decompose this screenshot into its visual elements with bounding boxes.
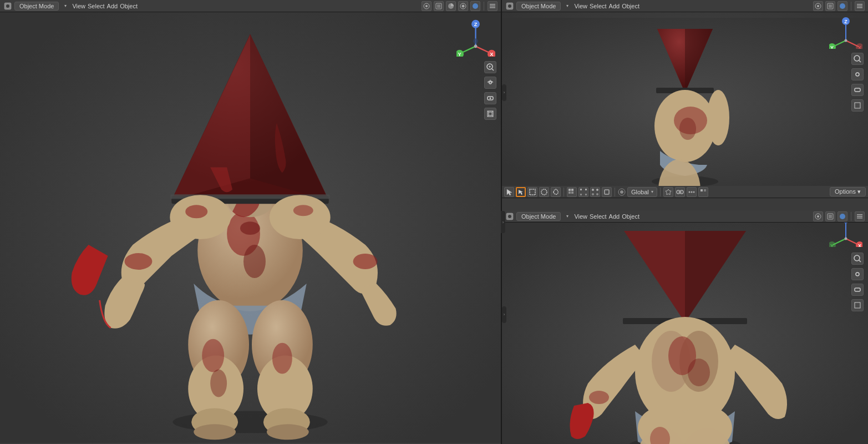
st-box-select[interactable]: [527, 187, 537, 197]
transform-space: Global ▾: [618, 187, 657, 197]
dropdown-top-right[interactable]: ▾: [563, 2, 572, 11]
st-circle-select[interactable]: [539, 187, 549, 197]
top-right-expand[interactable]: ›: [502, 84, 506, 101]
dropdown-arrow-left[interactable]: ▾: [61, 2, 70, 11]
svg-rect-120: [701, 189, 703, 191]
select-menu-br[interactable]: Select: [590, 213, 607, 220]
tr-sep: [851, 2, 851, 11]
st-square-icon[interactable]: [698, 187, 708, 197]
tr-shading-icon[interactable]: [837, 1, 847, 11]
tr-pan-tool[interactable]: [851, 68, 864, 80]
tr-orbit-tool[interactable]: [851, 84, 864, 96]
svg-text:Z: Z: [844, 19, 847, 24]
object-menu-br[interactable]: Object: [622, 213, 639, 220]
menu-icon[interactable]: [488, 1, 498, 11]
svg-point-139: [688, 359, 710, 386]
br-camera-icon[interactable]: [813, 211, 823, 221]
svg-point-109: [592, 193, 594, 195]
pan-tool[interactable]: [484, 77, 496, 89]
st-sep1: [564, 188, 564, 196]
svg-point-70: [840, 3, 845, 9]
zoom-tool[interactable]: [484, 61, 496, 73]
st-sep2: [615, 188, 615, 196]
br-menu-icon[interactable]: [855, 211, 865, 221]
view-menu-br[interactable]: View: [574, 213, 587, 220]
st-link-icon[interactable]: [675, 187, 685, 197]
svg-rect-11: [490, 7, 495, 8]
st-rotate-icon[interactable]: [578, 187, 588, 197]
options-btn[interactable]: Options ▾: [830, 187, 866, 196]
st-pin-icon[interactable]: [663, 187, 673, 197]
viewport-camera-icon[interactable]: [422, 1, 432, 11]
overlay-icon[interactable]: [434, 1, 444, 11]
left-resize-handle[interactable]: ›: [501, 211, 505, 233]
add-menu-tr[interactable]: Add: [609, 3, 620, 9]
svg-rect-69: [829, 4, 832, 8]
br-zoom-tool[interactable]: [851, 253, 864, 265]
svg-point-108: [596, 189, 598, 191]
viewport-shading-icon[interactable]: [470, 1, 480, 11]
mode-select-left[interactable]: Object Mode: [14, 2, 59, 11]
render-icon[interactable]: [458, 1, 468, 11]
left-gizmo[interactable]: Z X Y: [456, 18, 495, 57]
top-right-toolbar-right: [813, 1, 865, 11]
svg-point-92: [854, 56, 860, 61]
st-move-icon[interactable]: [567, 187, 577, 197]
br-orbit-tool[interactable]: [851, 284, 864, 296]
svg-rect-71: [857, 4, 862, 5]
object-menu-left[interactable]: Object: [120, 3, 138, 9]
st-select-icon[interactable]: [504, 187, 514, 197]
svg-line-43: [476, 46, 490, 53]
view-menu-tr[interactable]: View: [574, 3, 587, 9]
svg-rect-159: [855, 288, 860, 291]
svg-rect-96: [855, 103, 860, 108]
select-menu-tr[interactable]: Select: [590, 3, 607, 9]
select-menu-left[interactable]: Select: [88, 3, 105, 9]
br-sep: [851, 212, 851, 221]
object-menu-tr[interactable]: Object: [622, 3, 639, 9]
svg-point-65: [508, 4, 511, 8]
tr-camera-icon[interactable]: [813, 1, 823, 11]
tr-menu-icon[interactable]: [855, 1, 865, 11]
svg-point-20: [202, 339, 224, 372]
st-scale-icon[interactable]: [590, 187, 600, 197]
bottom-right-char-svg: [502, 210, 868, 444]
top-right-toolbar: Object Mode ▾ View Select Add Object: [502, 0, 868, 12]
svg-rect-101: [568, 191, 571, 194]
svg-point-50: [473, 38, 478, 43]
svg-point-55: [489, 82, 491, 84]
dropdown-br[interactable]: ▾: [563, 212, 572, 221]
st-cursor-icon[interactable]: [516, 187, 526, 197]
svg-text:X: X: [490, 52, 494, 57]
tr-zoom-tool[interactable]: [851, 53, 864, 65]
view-menu-left[interactable]: View: [72, 3, 85, 9]
perspective-tool[interactable]: [484, 108, 496, 120]
st-transform-icon[interactable]: [602, 187, 612, 197]
br-persp-tool[interactable]: [851, 299, 864, 311]
svg-rect-100: [571, 189, 573, 191]
st-dots-icon[interactable]: [687, 187, 697, 197]
shading-icon[interactable]: [446, 1, 456, 11]
mode-select-top-right[interactable]: Object Mode: [516, 2, 561, 11]
br-expand[interactable]: ›: [502, 306, 506, 323]
tr-side-tools: [851, 53, 864, 112]
add-menu-br[interactable]: Add: [609, 213, 620, 220]
tr-overlay-icon[interactable]: [825, 1, 835, 11]
st-lasso-select[interactable]: [551, 187, 561, 197]
mode-select-br[interactable]: Object Mode: [516, 212, 561, 221]
viewport-bottom-right: Global ▾: [502, 186, 868, 443]
svg-point-98: [541, 189, 547, 195]
add-menu-left[interactable]: Add: [107, 3, 118, 9]
svg-point-16: [243, 245, 266, 278]
orbit-tool[interactable]: [484, 92, 496, 104]
svg-point-140: [589, 391, 609, 404]
svg-text:Y: Y: [830, 243, 834, 247]
br-pan-tool[interactable]: [851, 268, 864, 280]
br-shading-icon[interactable]: [837, 211, 847, 221]
global-select[interactable]: Global ▾: [627, 187, 657, 197]
svg-rect-111: [605, 190, 609, 194]
br-overlay-icon[interactable]: [825, 211, 835, 221]
tr-persp-tool[interactable]: [851, 99, 864, 112]
top-right-gizmo[interactable]: Z X Y: [829, 16, 862, 49]
svg-point-49: [474, 45, 478, 48]
